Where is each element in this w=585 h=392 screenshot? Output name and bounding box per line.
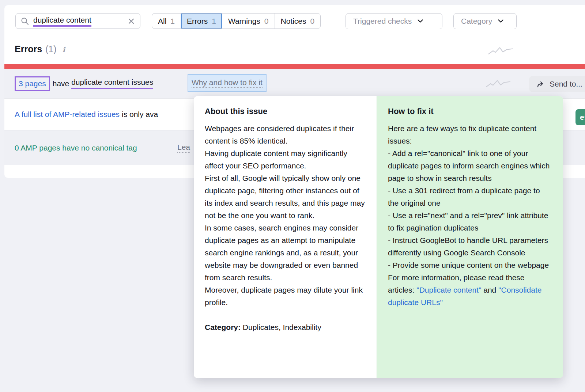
triggered-checks-dropdown[interactable]: Triggered checks [346, 13, 442, 29]
tab-notices-count: 0 [310, 17, 315, 26]
category-line-value: Duplicates, Indexability [241, 323, 321, 331]
pages-link[interactable]: 3 pages [19, 79, 46, 88]
trend-sparkline-icon[interactable] [483, 79, 514, 88]
chevron-down-icon [498, 19, 503, 23]
amp-list-text: is only ava [122, 110, 158, 119]
error-count: (1) [45, 44, 57, 54]
error-severity-bar [4, 64, 585, 69]
tab-errors-count: 1 [212, 17, 216, 26]
triggered-checks-label: Triggered checks [353, 17, 412, 26]
fix-title: How to fix it [388, 106, 552, 117]
tab-notices[interactable]: Notices 0 [275, 14, 321, 28]
tab-warnings-label: Warnings [228, 17, 260, 26]
tab-errors[interactable]: Errors 1 [181, 14, 222, 28]
how-to-fix-panel: How to fix it Here are a few ways to fix… [377, 96, 563, 378]
about-title: About this issue [205, 106, 366, 117]
send-to-button[interactable]: Send to... [529, 76, 585, 92]
amp-list-link[interactable]: A full list of AMP-related issues [15, 110, 120, 119]
section-heading: Errors (1) i [15, 44, 65, 54]
fix-body-text: Here are a few ways to fix duplicate con… [388, 124, 550, 269]
site-audit-page: duplicate content All 1 Errors 1 Warning… [0, 0, 585, 392]
about-this-issue-panel: About this issue Webpages are considered… [194, 96, 377, 378]
page-title: Errors [15, 44, 42, 54]
issue-text-underlined: duplicate content issues [71, 78, 153, 89]
search-value[interactable]: duplicate content [33, 16, 91, 27]
fix-body: Here are a few ways to fix duplicate con… [388, 122, 552, 309]
chevron-down-icon [418, 19, 423, 23]
tab-warnings[interactable]: Warnings 0 [222, 14, 275, 28]
issue-row-duplicate-content: 3 pages have duplicate content issues Wh… [4, 69, 585, 98]
category-line-label: Category: [205, 323, 241, 331]
clear-search-icon[interactable] [128, 18, 135, 25]
why-how-to-fix-highlight: Why and how to fix it [188, 74, 267, 92]
search-icon [21, 17, 29, 25]
clipped-green-button-label: es [580, 113, 585, 122]
issue-text: have [53, 79, 69, 88]
tab-all-label: All [158, 17, 166, 26]
severity-filter-tabs: All 1 Errors 1 Warnings 0 Notices 0 [152, 13, 321, 29]
info-icon[interactable]: i [63, 45, 65, 54]
category-dropdown[interactable]: Category [453, 13, 517, 29]
search-input[interactable]: duplicate content [15, 13, 140, 29]
fix-more-mid: and [481, 286, 498, 294]
tab-notices-label: Notices [281, 17, 306, 26]
tab-all[interactable]: All 1 [152, 14, 181, 28]
tab-warnings-count: 0 [264, 17, 269, 26]
why-how-to-fix-link[interactable]: Why and how to fix it [192, 78, 263, 88]
learn-more-link[interactable]: Lea [177, 143, 190, 153]
share-arrow-icon [536, 81, 545, 88]
send-to-label: Send to... [550, 80, 582, 88]
issue-info-popover: About this issue Webpages are considered… [194, 96, 563, 378]
about-body: Webpages are considered duplicates if th… [205, 122, 366, 309]
category-label: Category [461, 17, 492, 26]
tab-all-count: 1 [170, 17, 175, 26]
tab-errors-label: Errors [187, 17, 208, 26]
clipped-green-button[interactable]: es [575, 109, 585, 125]
duplicate-content-article-link[interactable]: "Duplicate content" [416, 286, 481, 294]
category-line: Category: Duplicates, Indexability [205, 321, 366, 334]
pages-count-highlight: 3 pages [15, 76, 50, 91]
amp-canonical-text: 0 AMP pages have no canonical tag [15, 144, 137, 152]
trend-sparkline-icon[interactable] [485, 46, 516, 56]
